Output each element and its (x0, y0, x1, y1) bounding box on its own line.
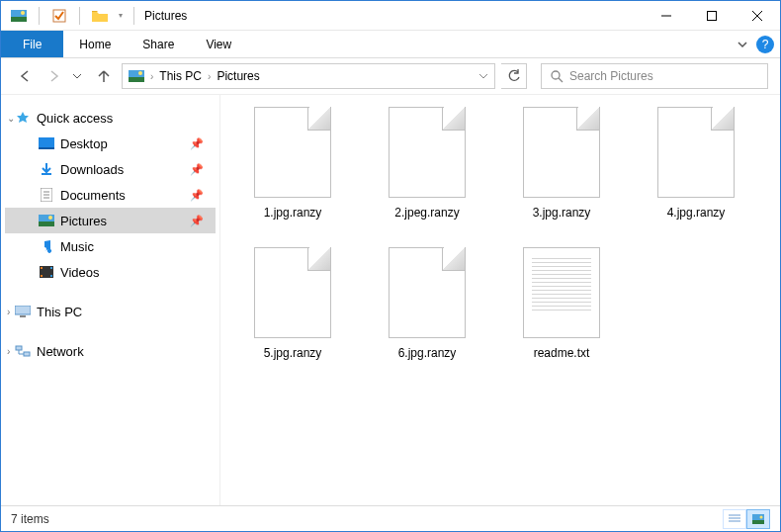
generic-file-icon (254, 247, 331, 338)
close-button[interactable] (735, 1, 780, 31)
text-file-icon (523, 247, 600, 338)
tree-downloads[interactable]: Downloads 📌 (5, 156, 216, 182)
maximize-button[interactable] (689, 1, 735, 31)
qat-dropdown-icon[interactable]: ▾ (114, 5, 128, 27)
tree-label: Videos (60, 265, 100, 280)
svg-rect-26 (50, 275, 52, 277)
svg-rect-14 (39, 147, 54, 149)
star-icon (15, 110, 31, 126)
tree-this-pc[interactable]: › This PC (5, 299, 216, 324)
network-icon (15, 343, 31, 359)
tree-label: Downloads (60, 162, 124, 177)
expand-ribbon-icon[interactable] (737, 39, 748, 50)
videos-icon (39, 264, 54, 280)
tab-view[interactable]: View (190, 31, 247, 57)
statusbar: 7 items (1, 505, 780, 531)
chevron-right-icon[interactable]: › (7, 307, 10, 317)
pin-icon: 📌 (190, 189, 204, 202)
file-item[interactable]: 5.jpg.ranzy (228, 247, 357, 360)
window-controls (644, 1, 780, 31)
minimize-button[interactable] (644, 1, 689, 31)
svg-point-11 (552, 71, 560, 79)
generic-file-icon (657, 107, 735, 198)
chevron-down-icon[interactable]: ⌄ (7, 113, 15, 124)
this-pc-icon (15, 304, 31, 319)
quick-access-toolbar: ▾ (7, 5, 128, 27)
tree-music[interactable]: Music (5, 233, 216, 259)
up-button[interactable] (92, 64, 116, 88)
content-pane[interactable]: 1.jpg.ranzy2.jpeg.ranzy3.jpg.ranzy4.jpg.… (220, 95, 780, 505)
history-dropdown-icon[interactable] (72, 71, 82, 81)
tab-share[interactable]: Share (127, 31, 190, 57)
tree-label: Documents (60, 188, 126, 203)
generic-file-icon (254, 107, 331, 198)
search-input[interactable]: Search Pictures (541, 63, 768, 89)
svg-rect-29 (16, 346, 22, 350)
tree-label: Desktop (60, 136, 108, 151)
file-tab[interactable]: File (1, 31, 63, 57)
search-placeholder: Search Pictures (569, 69, 653, 83)
help-button[interactable]: ? (756, 36, 774, 53)
file-item[interactable]: 4.jpg.ranzy (632, 107, 760, 220)
titlebar: ▾ Pictures (1, 1, 780, 31)
tree-quick-access[interactable]: ⌄ Quick access (5, 105, 216, 131)
properties-icon[interactable] (47, 5, 71, 27)
separator (39, 7, 40, 25)
details-view-button[interactable] (723, 509, 746, 529)
tree-videos[interactable]: Videos (5, 259, 216, 285)
file-item[interactable]: 1.jpg.ranzy (228, 107, 357, 220)
body-area: ⌄ Quick access Desktop 📌 Downloads 📌 Doc (1, 94, 780, 505)
file-item[interactable]: 3.jpg.ranzy (497, 107, 626, 220)
tree-network[interactable]: › Network (5, 338, 216, 364)
file-label: 3.jpg.ranzy (533, 206, 591, 220)
tree-label: This PC (37, 305, 82, 319)
refresh-button[interactable] (501, 63, 527, 89)
file-grid: 1.jpg.ranzy2.jpeg.ranzy3.jpg.ranzy4.jpg.… (228, 107, 772, 360)
chevron-right-icon[interactable]: › (208, 71, 211, 82)
search-icon (550, 69, 564, 83)
addr-dropdown-icon[interactable] (478, 71, 488, 81)
tree-documents[interactable]: Documents 📌 (5, 182, 216, 208)
tab-home[interactable]: Home (63, 31, 127, 57)
tree-label: Music (60, 239, 94, 254)
breadcrumb-pictures[interactable]: Pictures (217, 69, 259, 83)
file-label: 2.jpeg.ranzy (394, 206, 459, 220)
svg-point-2 (21, 11, 25, 15)
svg-rect-13 (39, 137, 54, 147)
svg-line-12 (559, 78, 563, 82)
svg-rect-27 (15, 306, 31, 314)
back-button[interactable] (13, 64, 37, 88)
file-label: 5.jpg.ranzy (264, 346, 322, 360)
svg-rect-24 (41, 275, 43, 277)
pin-icon: 📌 (190, 137, 204, 150)
svg-rect-20 (39, 222, 54, 226)
forward-button[interactable] (43, 64, 66, 88)
separator (133, 7, 134, 25)
item-count: 7 items (11, 512, 49, 526)
window-title: Pictures (144, 9, 187, 23)
chevron-right-icon[interactable]: › (150, 71, 153, 82)
generic-file-icon (389, 107, 466, 198)
thumbnails-view-button[interactable] (746, 509, 770, 529)
pictures-icon (39, 213, 54, 228)
breadcrumb-this-pc[interactable]: This PC (159, 69, 202, 83)
app-icon[interactable] (7, 5, 31, 27)
svg-rect-5 (708, 11, 717, 20)
file-item[interactable]: readme.txt (497, 247, 626, 360)
tree-pictures[interactable]: Pictures 📌 (5, 208, 216, 233)
generic-file-icon (523, 107, 600, 198)
file-label: 6.jpg.ranzy (398, 346, 457, 360)
pin-icon: 📌 (190, 215, 204, 227)
explorer-window: ▾ Pictures File Home Share View ? (0, 0, 781, 532)
address-bar[interactable]: › This PC › Pictures (122, 63, 495, 89)
new-folder-icon[interactable] (88, 5, 112, 27)
pin-icon: 📌 (190, 163, 204, 176)
chevron-right-icon[interactable]: › (7, 346, 10, 357)
desktop-icon (39, 135, 54, 151)
tree-desktop[interactable]: Desktop 📌 (5, 131, 216, 156)
pictures-folder-icon (129, 68, 144, 84)
documents-icon (39, 187, 54, 203)
file-item[interactable]: 6.jpg.ranzy (363, 247, 491, 360)
file-item[interactable]: 2.jpeg.ranzy (363, 107, 491, 220)
address-toolbar: › This PC › Pictures Search Pictures (1, 58, 780, 94)
